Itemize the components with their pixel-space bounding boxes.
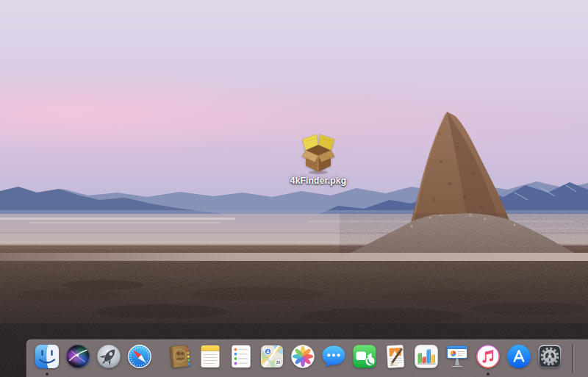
keynote-icon: [444, 343, 470, 370]
notes-icon: [197, 343, 223, 370]
dock-item-appstore[interactable]: [506, 343, 532, 376]
maps-icon: A30: [259, 343, 285, 370]
dock-item-pages[interactable]: [382, 343, 409, 376]
dock-item-keynote[interactable]: [444, 343, 470, 376]
running-indicator: [46, 373, 49, 376]
dock-divider[interactable]: [572, 345, 573, 373]
reminders-icon: [228, 343, 254, 370]
system-preferences-icon: [537, 343, 563, 370]
numbers-icon: [413, 343, 440, 370]
dock-item-itunes[interactable]: [475, 343, 501, 376]
dock-item-notes[interactable]: [197, 343, 223, 376]
dock-item-contacts[interactable]: [166, 343, 193, 376]
dock-item-siri[interactable]: [65, 343, 91, 376]
contacts-icon: [166, 343, 193, 370]
siri-icon: [65, 343, 91, 370]
dock-item-system-preferences[interactable]: [537, 343, 563, 376]
running-indicator: [487, 373, 490, 376]
wallpaper: [0, 0, 588, 377]
safari-icon: [126, 343, 153, 370]
launchpad-icon: [96, 343, 122, 370]
dock-item-photos[interactable]: [290, 343, 316, 376]
messages-icon: [320, 343, 347, 370]
facetime-icon: [351, 343, 378, 370]
dock-item-reminders[interactable]: [228, 343, 254, 376]
dock-item-maps[interactable]: A30: [259, 343, 285, 376]
desktop-file-4kfinder-pkg[interactable]: 4kFinder.pkg: [289, 132, 348, 186]
dock-item-messages[interactable]: [320, 343, 347, 376]
pages-icon: [382, 343, 409, 370]
dock-item-safari[interactable]: [126, 343, 153, 376]
dock: A30: [26, 340, 588, 377]
dock-icons: A30: [26, 340, 563, 376]
appstore-icon: [506, 343, 532, 370]
package-icon: [297, 132, 340, 175]
file-label: 4kFinder.pkg: [290, 176, 346, 186]
dock-item-facetime[interactable]: [351, 343, 378, 376]
dock-item-numbers[interactable]: [413, 343, 440, 376]
itunes-icon: [475, 343, 501, 370]
desktop: 4kFinder.pkg A30: [0, 0, 588, 377]
photos-icon: [290, 343, 316, 370]
svg-text:A: A: [266, 349, 270, 354]
dock-item-finder[interactable]: [34, 343, 60, 376]
svg-text:30: 30: [276, 361, 281, 365]
dock-item-launchpad[interactable]: [96, 343, 122, 376]
finder-icon: [34, 343, 60, 370]
